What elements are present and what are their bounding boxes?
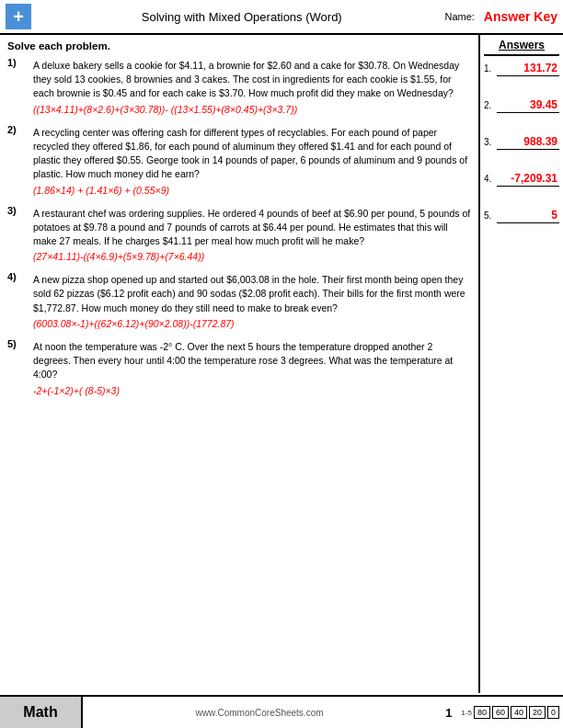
footer-website: www.CommonCoreSheets.com bbox=[196, 708, 324, 718]
problem-row-4: 4) A new pizza shop opened up and starte… bbox=[7, 271, 471, 329]
problem-formula-4: (6003.08×-1)+((62×6.12)+(90×2.08))-(1772… bbox=[33, 318, 471, 329]
problem-row-3: 3) A restaurant chef was ordering suppli… bbox=[7, 205, 471, 263]
answer-value-3: 988.39 bbox=[523, 135, 557, 148]
footer-center: www.CommonCoreSheets.com bbox=[83, 708, 436, 718]
problem-number-1: 1) bbox=[7, 57, 20, 68]
footer-score-label: 1-5 bbox=[461, 709, 472, 717]
header-title: Solving with Mixed Operations (Word) bbox=[39, 10, 444, 24]
problem-text-5: At noon the temperature was -2° C. Over … bbox=[33, 340, 471, 382]
answer-item-5: 5. 5 bbox=[484, 209, 559, 223]
footer-score-40: 40 bbox=[511, 706, 527, 719]
answer-num-1: 1. bbox=[484, 63, 497, 74]
problem-1: 1) A deluxe bakery sells a cookie for $4… bbox=[7, 57, 471, 115]
answer-num-4: 4. bbox=[484, 174, 497, 184]
footer-score-0: 0 bbox=[547, 706, 559, 719]
problem-row-1: 1) A deluxe bakery sells a cookie for $4… bbox=[7, 57, 471, 115]
answer-key-label: Answer Key bbox=[484, 9, 557, 24]
instruction: Solve each problem. bbox=[7, 40, 471, 51]
problem-formula-3: (27×41.11)-((4×6.9)+(5×9.78)+(7×6.44)) bbox=[33, 251, 471, 262]
logo: + bbox=[6, 4, 31, 29]
answer-line-1: 131.72 bbox=[497, 62, 559, 76]
answers-container: 1. 131.72 2. 39.45 3. 988.39 4. -7,209.3… bbox=[484, 62, 559, 245]
footer-math-box: Math bbox=[0, 697, 83, 728]
problem-row-5: 5) At noon the temperature was -2° C. Ov… bbox=[7, 338, 471, 396]
footer-score-60: 60 bbox=[492, 706, 509, 719]
answer-value-4: -7,209.31 bbox=[511, 172, 557, 185]
problem-text-2: A recycling center was offering cash for… bbox=[33, 126, 471, 182]
footer-math-label: Math bbox=[23, 704, 57, 721]
problems-content: Solve each problem. 1) A deluxe bakery s… bbox=[0, 35, 480, 693]
problem-4: 4) A new pizza shop opened up and starte… bbox=[7, 271, 471, 329]
answers-sidebar: Answers 1. 131.72 2. 39.45 3. 988.39 4. … bbox=[480, 35, 563, 693]
answer-num-5: 5. bbox=[484, 210, 497, 221]
answer-line-2: 39.45 bbox=[497, 98, 559, 113]
problem-2: 2) A recycling center was offering cash … bbox=[7, 124, 471, 196]
problem-text-4: A new pizza shop opened up and started o… bbox=[33, 273, 471, 315]
problem-formula-1: ((13×4.11)+(8×2.6)+(3×30.78))- ((13×1.55… bbox=[33, 104, 471, 115]
answer-item-4: 4. -7,209.31 bbox=[484, 172, 559, 187]
answer-num-3: 3. bbox=[484, 137, 497, 147]
problem-body-4: A new pizza shop opened up and started o… bbox=[20, 271, 471, 329]
answer-line-4: -7,209.31 bbox=[497, 172, 559, 187]
problems-container: 1) A deluxe bakery sells a cookie for $4… bbox=[7, 57, 471, 396]
answers-title: Answers bbox=[484, 39, 559, 56]
problem-body-3: A restaurant chef was ordering supplies.… bbox=[20, 205, 471, 263]
problem-number-2: 2) bbox=[7, 124, 20, 135]
problem-number-4: 4) bbox=[7, 271, 20, 282]
main-area: Solve each problem. 1) A deluxe bakery s… bbox=[0, 35, 563, 693]
page: + Solving with Mixed Operations (Word) N… bbox=[0, 0, 563, 728]
answer-num-2: 2. bbox=[484, 100, 497, 110]
answer-value-5: 5 bbox=[551, 209, 557, 222]
answer-value-2: 39.45 bbox=[530, 98, 557, 111]
logo-plus: + bbox=[13, 7, 24, 26]
problem-number-5: 5) bbox=[7, 338, 20, 349]
problem-formula-2: (1.86×14) + (1.41×6) + (0.55×9) bbox=[33, 185, 471, 196]
problem-body-2: A recycling center was offering cash for… bbox=[20, 124, 471, 196]
answer-line-3: 988.39 bbox=[497, 135, 559, 150]
answer-item-2: 2. 39.45 bbox=[484, 98, 559, 113]
footer-score-20: 20 bbox=[529, 706, 546, 719]
footer-score-80: 80 bbox=[474, 706, 490, 719]
name-label: Name: bbox=[444, 11, 474, 22]
answer-value-1: 131.72 bbox=[523, 62, 557, 74]
problem-text-1: A deluxe bakery sells a cookie for $4.11… bbox=[33, 59, 471, 101]
answer-item-3: 3. 988.39 bbox=[484, 135, 559, 150]
problem-number-3: 3) bbox=[7, 205, 20, 216]
problem-3: 3) A restaurant chef was ordering suppli… bbox=[7, 205, 471, 263]
problem-body-1: A deluxe bakery sells a cookie for $4.11… bbox=[20, 57, 471, 115]
answer-item-1: 1. 131.72 bbox=[484, 62, 559, 76]
header: + Solving with Mixed Operations (Word) N… bbox=[0, 0, 563, 35]
answer-line-5: 5 bbox=[497, 209, 559, 223]
problem-row-2: 2) A recycling center was offering cash … bbox=[7, 124, 471, 196]
footer: Math www.CommonCoreSheets.com 1 1-5 80 6… bbox=[0, 695, 563, 728]
problem-5: 5) At noon the temperature was -2° C. Ov… bbox=[7, 338, 471, 396]
problem-text-3: A restaurant chef was ordering supplies.… bbox=[33, 207, 471, 249]
footer-page-number: 1 bbox=[445, 706, 452, 720]
problem-body-5: At noon the temperature was -2° C. Over … bbox=[20, 338, 471, 396]
problem-formula-5: -2+(-1×2)+( (8-5)×3) bbox=[33, 385, 471, 396]
footer-score: 1-5 80 60 40 20 0 bbox=[461, 706, 563, 719]
